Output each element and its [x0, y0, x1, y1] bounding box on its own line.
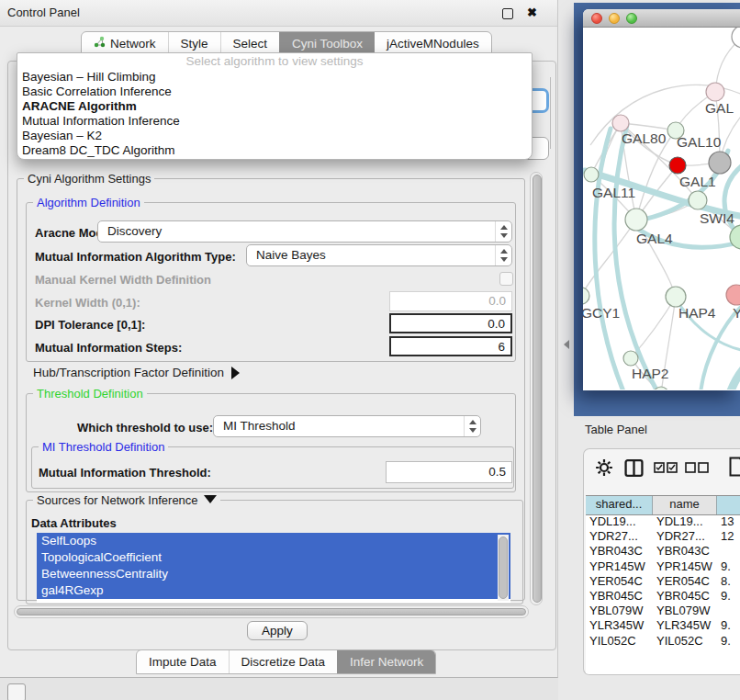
aracne-mode-value: Discovery — [107, 224, 162, 238]
table-panel-title: Table Panel — [585, 423, 647, 436]
algorithm-dropdown-items: Bayesian – Hill ClimbingBasic Correlatio… — [17, 70, 532, 158]
network-node-gal80[interactable] — [612, 115, 629, 131]
algorithm-option[interactable]: Basic Correlation Inference — [17, 85, 532, 99]
algorithm-option[interactable]: Mutual Information Inference — [17, 114, 532, 129]
algorithm-dropdown-popup: Select algorithm to view settings Bayesi… — [17, 52, 533, 160]
table-row[interactable]: YLR345WYLR345W9. — [586, 618, 740, 633]
algorithm-option[interactable]: ARACNE Algorithm — [17, 99, 532, 114]
algorithm-option[interactable]: Bayesian – Hill Climbing — [17, 70, 532, 85]
table-cell: YDL19... — [586, 514, 653, 529]
manual-kernel-checkbox[interactable] — [499, 272, 513, 286]
table-row[interactable]: YER054CYER054C8. — [586, 574, 740, 589]
apply-button[interactable]: Apply — [247, 621, 308, 640]
select-all-icon[interactable] — [654, 462, 678, 473]
mi-type-value: Naive Bayes — [256, 248, 326, 262]
network-node[interactable] — [732, 28, 740, 48]
hub-definition-toggle[interactable]: Hub/Transcription Factor Definition — [33, 366, 240, 379]
bottom-tab-impute-data[interactable]: Impute Data — [137, 650, 229, 673]
dpi-tolerance-field[interactable]: 0.0 — [389, 313, 512, 333]
table-cell: YIL052C — [586, 634, 653, 649]
sources-toggle[interactable]: Sources for Network Inference — [33, 493, 220, 507]
minimize-traffic-light-icon[interactable] — [609, 13, 620, 24]
network-node-gal4[interactable] — [625, 209, 647, 231]
threshold-definition-title: Threshold Definition — [33, 387, 147, 401]
control-panel-window: Control Panel ✖ NetworkStyleSelectCyni T… — [0, 0, 558, 678]
table-row[interactable]: YBL079WYBL079W — [586, 604, 740, 618]
attribute-list-item[interactable]: TopologicalCoefficient — [37, 549, 510, 566]
mi-steps-field[interactable]: 6 — [389, 336, 512, 356]
algorithm-option[interactable]: Bayesian – K2 — [17, 129, 532, 143]
which-threshold-combo[interactable]: MI Threshold — [213, 415, 481, 437]
settings-vertical-scrollbar[interactable] — [530, 172, 543, 605]
bottom-tab-discretize-data[interactable]: Discretize Data — [229, 650, 338, 673]
column-header[interactable]: shared... — [586, 496, 653, 514]
attribute-list-item[interactable]: BetweennessCentrality — [37, 566, 510, 582]
panel-divider-arrow-icon[interactable] — [564, 340, 569, 349]
table-row[interactable]: YPR145WYPR145W9. — [586, 559, 740, 574]
aracne-mode-combo[interactable]: Discovery — [97, 220, 512, 243]
collapse-arrow-icon — [204, 495, 217, 503]
table-cell — [717, 544, 740, 559]
network-canvas[interactable]: GALGAL80GAL10GAL1GAL11GAL4SWI4GCY1HAP4YH… — [583, 28, 740, 390]
network-node[interactable] — [709, 152, 731, 174]
kernel-width-field[interactable]: 0.0 — [389, 291, 512, 311]
algorithm-definition-title: Algorithm Definition — [33, 196, 144, 209]
table-row[interactable]: YBR045CYBR045C9. — [586, 589, 740, 604]
table-cell: YER054C — [653, 574, 717, 589]
mi-steps-label: Mutual Information Steps: — [35, 341, 182, 355]
table-cell: YLR345W — [653, 618, 717, 633]
network-node-hap2[interactable] — [623, 351, 638, 366]
combo-stepper-icon — [495, 245, 511, 265]
node-label: GAL1 — [679, 174, 716, 189]
bottom-tab-infer-network[interactable]: Infer Network — [337, 650, 435, 673]
tab-label: Impute Data — [149, 650, 217, 673]
network-window-titlebar — [583, 9, 740, 28]
table-row[interactable]: YDL19...YDL19...13 — [586, 514, 740, 529]
attribute-list-item[interactable]: gal4RGexp — [37, 582, 510, 599]
mi-threshold-field[interactable]: 0.5 — [386, 461, 512, 483]
close-icon[interactable]: ✖ — [527, 6, 537, 19]
bottom-corner-button[interactable] — [7, 683, 26, 700]
close-traffic-light-icon[interactable] — [591, 13, 602, 24]
expand-arrow-icon — [231, 367, 240, 379]
hub-definition-label: Hub/Transcription Factor Definition — [33, 366, 224, 379]
table-cell: YDR27... — [653, 529, 717, 544]
table-cell: YPR145W — [653, 559, 717, 574]
deselect-all-icon[interactable] — [685, 462, 709, 473]
column-header[interactable]: name — [653, 496, 717, 514]
table-panel-toolbar — [584, 455, 740, 488]
network-node-y[interactable] — [726, 285, 740, 305]
settings-horizontal-scrollbar[interactable] — [14, 605, 529, 618]
node-label: GAL10 — [677, 134, 722, 150]
network-node-hap4[interactable] — [666, 287, 686, 307]
network-node-gal[interactable] — [706, 83, 724, 101]
attributes-list-scrollbar[interactable] — [498, 535, 509, 601]
zoom-traffic-light-icon[interactable] — [626, 13, 637, 24]
table-cell: YDL19... — [653, 514, 717, 529]
control-panel-title: Control Panel — [7, 0, 80, 26]
data-attributes-list[interactable]: SelfLoopsTopologicalCoefficientBetweenne… — [37, 533, 510, 603]
gear-icon[interactable] — [595, 458, 613, 477]
table-cell: 12 — [717, 529, 740, 544]
columns-icon[interactable] — [624, 458, 644, 478]
network-node-gcy1[interactable] — [583, 288, 589, 304]
kernel-width-label: Kernel Width (0,1): — [35, 296, 140, 310]
network-node-gal1[interactable] — [689, 191, 707, 209]
tab-label: Infer Network — [350, 650, 423, 673]
column-header[interactable] — [717, 496, 740, 514]
network-node-gal11[interactable] — [584, 167, 599, 182]
table-row[interactable]: YIL052CYIL052C9. — [586, 634, 740, 649]
network-node[interactable] — [669, 157, 686, 174]
table-cell: YDR27... — [586, 529, 653, 544]
export-table-icon[interactable] — [729, 457, 740, 477]
node-label: Y — [733, 305, 740, 321]
algorithm-option[interactable]: Dream8 DC_TDC Algorithm — [17, 143, 532, 158]
float-window-icon[interactable] — [502, 8, 513, 19]
attribute-list-item[interactable]: SelfLoops — [37, 533, 510, 549]
mi-type-combo[interactable]: Naive Bayes — [246, 244, 512, 266]
table-row[interactable]: YDR27...YDR27...12 — [586, 529, 740, 544]
table-cell: YBL079W — [586, 604, 653, 618]
table-row[interactable]: YBR043CYBR043C — [586, 544, 740, 559]
combo-stepper-icon — [464, 416, 480, 436]
node-label: SWI4 — [700, 210, 734, 226]
